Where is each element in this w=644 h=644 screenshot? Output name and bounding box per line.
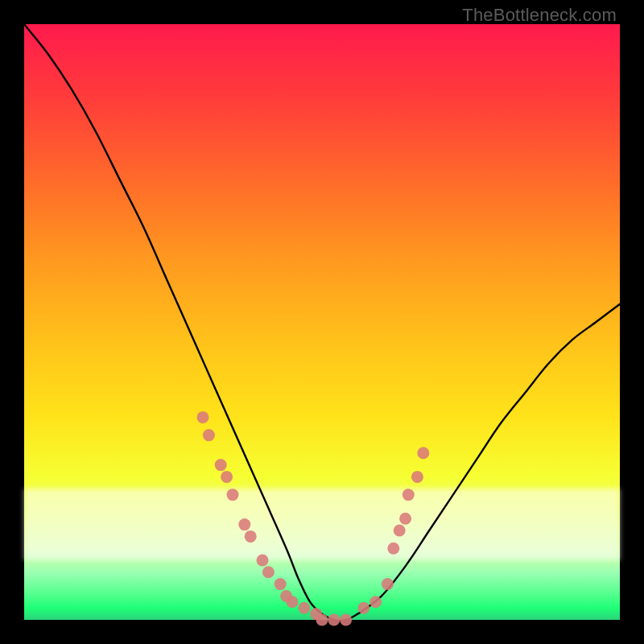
scatter-dot: [238, 518, 250, 530]
scatter-dot: [221, 471, 233, 483]
scatter-dot: [203, 429, 215, 441]
scatter-dots: [197, 411, 430, 626]
scatter-dot: [257, 555, 269, 567]
scatter-dot: [394, 525, 406, 537]
attribution-label: TheBottleneck.com: [462, 5, 617, 26]
plot-area: [24, 24, 620, 620]
scatter-dot: [382, 578, 394, 590]
scatter-dot: [298, 602, 310, 614]
scatter-dot: [275, 578, 287, 590]
scatter-dot: [402, 489, 415, 501]
bottleneck-curve: [24, 24, 620, 621]
scatter-dot: [369, 596, 382, 608]
scatter-dot: [245, 530, 257, 543]
scatter-dot: [215, 459, 227, 471]
scatter-dot: [340, 614, 352, 626]
scatter-dot: [287, 596, 299, 608]
scatter-dot: [227, 489, 239, 501]
chart-svg: [24, 24, 620, 620]
scatter-dot: [328, 614, 340, 626]
scatter-dot: [417, 447, 429, 459]
chart-frame: TheBottleneck.com: [0, 0, 644, 644]
scatter-dot: [411, 471, 423, 483]
scatter-dot: [316, 614, 328, 626]
scatter-dot: [399, 513, 411, 525]
scatter-dot: [197, 411, 209, 423]
scatter-dot: [262, 566, 275, 578]
scatter-dot: [387, 543, 399, 555]
scatter-dot: [357, 602, 369, 614]
